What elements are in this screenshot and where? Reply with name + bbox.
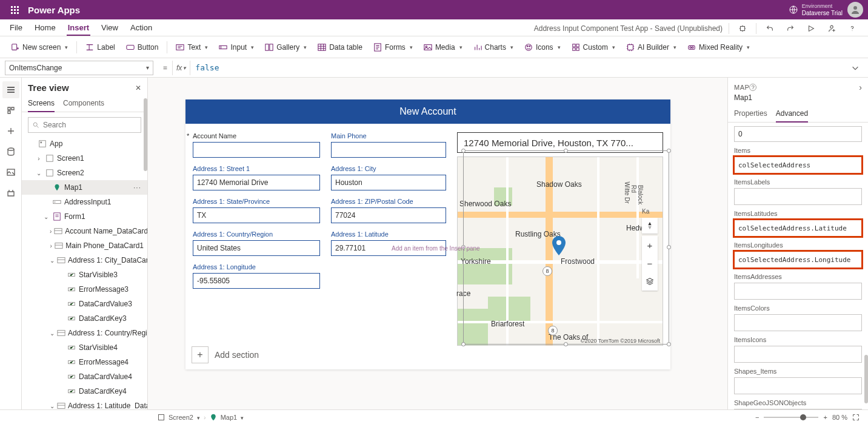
tool-gallery[interactable]: Gallery	[260, 41, 312, 54]
tool-forms[interactable]: Forms	[369, 41, 418, 54]
panel-expand-icon[interactable]: ›	[859, 82, 862, 92]
input-account-name[interactable]	[193, 142, 320, 158]
props-scrollbar[interactable]	[864, 355, 868, 403]
tree-twisty-icon[interactable]: ›	[50, 243, 52, 249]
prop-input-items[interactable]: colSelectedAddress	[734, 156, 862, 173]
environment-display[interactable]: Environment Dataverse Trial	[802, 2, 843, 17]
props-top-value[interactable]: 0	[734, 126, 862, 142]
input-main-phone[interactable]	[331, 142, 446, 158]
fx-label[interactable]: fx▾	[172, 61, 190, 75]
tree-twisty-icon[interactable]: ⌄	[50, 257, 55, 264]
tool-button[interactable]: Button	[121, 41, 164, 54]
tree-node-addressinput1[interactable]: AddressInput1	[22, 195, 147, 209]
prop-input-shapes_items[interactable]	[734, 377, 862, 394]
tree-node-datacardkey4[interactable]: DataCardKey4	[22, 384, 147, 399]
input-country[interactable]: United States	[193, 240, 320, 256]
map-zoom-in-button[interactable]: +	[642, 236, 658, 254]
add-section-button[interactable]: + Add section	[192, 346, 259, 363]
tree-node-account-name-datacard1[interactable]: ›Account Name_DataCard1	[22, 224, 147, 238]
tree-node-app[interactable]: App	[22, 136, 147, 151]
tool-label[interactable]: Label	[81, 41, 119, 54]
formula-input[interactable]: false	[190, 63, 851, 72]
prop-input-itemscolors[interactable]	[734, 314, 862, 331]
tool-icons[interactable]: Icons	[519, 41, 566, 54]
tree-twisty-icon[interactable]: ›	[50, 228, 52, 235]
tree-node-main-phone-datacard1[interactable]: ›Main Phone_DataCard1	[22, 238, 147, 253]
tree-node-address-1-country-region-datacard[interactable]: ⌄Address 1: Country/Region_DataCard	[22, 326, 147, 340]
tree-twisty-icon[interactable]: ›	[35, 155, 42, 162]
prop-input-itemsaddresses[interactable]	[734, 283, 862, 300]
menu-action[interactable]: Action	[129, 21, 153, 36]
address-input-combo[interactable]: 12740 Memorial Drive, Houston, TX 770...	[457, 132, 663, 153]
tree-node-starvisible3[interactable]: StarVisible3	[22, 268, 147, 282]
app-launcher-button[interactable]	[5, 0, 24, 19]
rail-tools[interactable]	[2, 184, 19, 201]
tab-components[interactable]: Components	[63, 95, 104, 112]
tree-scrollbar[interactable]	[144, 98, 147, 171]
menu-file[interactable]: File	[8, 21, 24, 36]
zoom-in-button[interactable]: +	[823, 414, 827, 421]
formula-expand-button[interactable]	[851, 64, 868, 72]
rail-insert[interactable]	[2, 102, 19, 119]
app-checker-button[interactable]	[735, 21, 750, 36]
help-button[interactable]	[845, 21, 860, 36]
rail-data[interactable]	[2, 143, 19, 160]
tab-screens[interactable]: Screens	[28, 95, 55, 112]
tool-new-screen[interactable]: New screen	[6, 41, 73, 54]
prop-input-itemslongitudes[interactable]: colSelectedAddress.Longitude	[734, 251, 862, 268]
tool-ai-builder[interactable]: AI Builder	[621, 41, 681, 54]
tab-properties[interactable]: Properties	[734, 106, 767, 122]
rail-add[interactable]	[2, 123, 19, 140]
map-control[interactable]: Shadow Oaks Sherwood Oaks Rustling Oaks …	[457, 156, 663, 346]
property-selector[interactable]: OnItemsChange ▾	[5, 61, 153, 75]
tool-mixed-reality[interactable]: Mixed Reality	[683, 41, 755, 54]
chevron-down-icon[interactable]	[197, 414, 200, 421]
prop-input-itemsicons[interactable]	[734, 346, 862, 363]
tree-node-errormessage4[interactable]: ErrorMessage4	[22, 355, 147, 369]
tab-advanced[interactable]: Advanced	[776, 106, 808, 123]
rail-treeview[interactable]	[2, 81, 19, 98]
tool-data-table[interactable]: Data table	[313, 41, 367, 54]
redo-button[interactable]	[783, 21, 798, 36]
tree-node-address-1-city-datacard1[interactable]: ⌄Address 1: City_DataCard1	[22, 253, 147, 268]
tree-node-errormessage3[interactable]: ErrorMessage3	[22, 282, 147, 297]
tool-media[interactable]: Media	[419, 41, 467, 54]
canvas[interactable]: New Account Account Name Address 1: Stre…	[148, 78, 727, 409]
share-button[interactable]	[824, 21, 839, 36]
input-state[interactable]: TX	[193, 207, 320, 223]
tree-node-screen2[interactable]: ⌄Screen2	[22, 166, 147, 180]
tree-node-screen1[interactable]: ›Screen1	[22, 151, 147, 166]
input-city[interactable]: Houston	[331, 175, 446, 190]
fit-button[interactable]	[852, 414, 860, 421]
crumb-map[interactable]: Map1	[221, 414, 238, 421]
tree-twisty-icon[interactable]: ⌄	[50, 330, 55, 337]
menu-view[interactable]: View	[100, 21, 119, 36]
chevron-down-icon[interactable]	[241, 414, 244, 421]
tree-node-datacardkey3[interactable]: DataCardKey3	[22, 311, 147, 326]
input-zip[interactable]: 77024	[331, 207, 446, 223]
user-avatar[interactable]	[847, 2, 863, 18]
tree-node-form1[interactable]: ⌄Form1	[22, 209, 147, 224]
map-zoom-out-button[interactable]: −	[642, 254, 658, 272]
menu-insert[interactable]: Insert	[67, 21, 90, 36]
zoom-out-button[interactable]: −	[755, 414, 759, 421]
tool-input[interactable]: Input	[214, 41, 259, 54]
preview-button[interactable]	[804, 21, 818, 36]
map-compass-button[interactable]	[642, 218, 658, 234]
tree-node-address-1-latitude-datacard1[interactable]: ⌄Address 1: Latitude_DataCard1	[22, 399, 147, 409]
rail-media[interactable]	[2, 164, 19, 181]
prop-input-itemslatitudes[interactable]: colSelectedAddress.Latitude	[734, 220, 862, 237]
tool-text[interactable]: Text	[171, 41, 213, 54]
menu-home[interactable]: Home	[33, 21, 57, 36]
tree-twisty-icon[interactable]: ⌄	[35, 170, 42, 177]
info-icon[interactable]: ?	[749, 84, 756, 91]
tree-node-map1[interactable]: Map1···	[22, 180, 147, 195]
tree-node-datacardvalue3[interactable]: DataCardValue3	[22, 297, 147, 311]
zoom-slider[interactable]	[764, 417, 818, 418]
input-street1[interactable]: 12740 Memorial Drive	[193, 175, 320, 190]
tree-twisty-icon[interactable]: ⌄	[50, 403, 55, 409]
tree-node-datacardvalue4[interactable]: DataCardValue4	[22, 369, 147, 384]
map-layers-button[interactable]	[642, 272, 658, 291]
crumb-screen[interactable]: Screen2	[169, 414, 193, 421]
tree-node-starvisible4[interactable]: StarVisible4	[22, 340, 147, 355]
